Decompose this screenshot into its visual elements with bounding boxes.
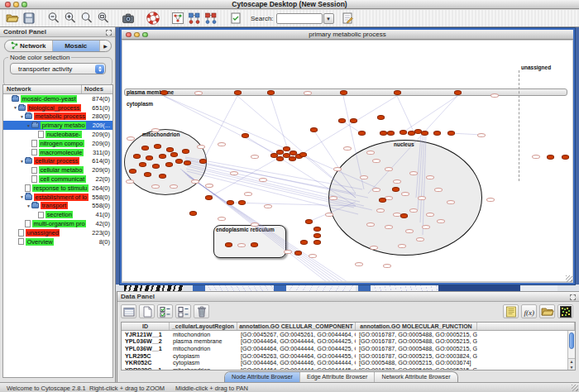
network-node-small[interactable] <box>409 208 418 213</box>
network-overview-icon[interactable] <box>170 11 185 26</box>
network-node-small[interactable] <box>244 192 252 196</box>
network-node-selected[interactable] <box>454 90 462 95</box>
zoom-selected-icon[interactable] <box>79 11 94 26</box>
network-node-selected[interactable] <box>152 164 160 169</box>
float-panel-icon[interactable] <box>570 294 576 300</box>
tree-row[interactable]: ▼biological_process651(0) <box>3 103 112 112</box>
network-node-small[interactable] <box>309 254 317 258</box>
network-node-small[interactable] <box>416 237 424 241</box>
network-node-selected[interactable] <box>340 90 347 95</box>
network-node-small[interactable] <box>205 184 213 188</box>
tree-row[interactable]: ▼metabolic process280(0) <box>3 112 112 122</box>
network-node-selected[interactable] <box>133 154 141 159</box>
network-node-selected[interactable] <box>313 227 321 232</box>
tree-row[interactable]: ▼transport558(0) <box>3 202 112 211</box>
network-node-small[interactable] <box>284 250 292 254</box>
vizmapper-icon-2[interactable] <box>203 11 218 26</box>
tree-row[interactable]: secretion41(0) <box>3 210 112 219</box>
network-node-small[interactable] <box>329 196 337 200</box>
network-node-selected[interactable] <box>421 131 428 136</box>
annotation-icon[interactable] <box>340 11 355 26</box>
network-window-titlebar[interactable]: primary metabolic process <box>122 30 573 40</box>
app-titlebar[interactable]: Cytoscape Desktop (New Session) <box>0 0 579 9</box>
network-node-selected[interactable] <box>313 233 321 238</box>
network-node-small[interactable] <box>376 208 385 213</box>
network-node-selected[interactable] <box>165 162 173 167</box>
tab-node-attribute-browser[interactable]: Node Attribute Browser <box>225 372 300 382</box>
network-node-selected[interactable] <box>141 146 149 151</box>
tree-row[interactable]: ▼establishment of lo558(0) <box>3 193 112 202</box>
network-node-selected[interactable] <box>154 144 161 149</box>
network-canvas[interactable]: plasma membrane cytoplasm mitochondrion … <box>122 41 572 281</box>
network-node-small[interactable] <box>372 188 380 192</box>
network-node-small[interactable] <box>426 175 434 179</box>
zoom-fit-icon[interactable] <box>96 11 111 26</box>
network-node-small[interactable] <box>490 93 499 98</box>
table-column-header[interactable]: ID <box>122 323 170 330</box>
table-row[interactable]: YJR121W__1mitochondrion[GO:0045267, GO:0… <box>122 331 575 338</box>
network-node-small[interactable] <box>264 204 272 208</box>
network-node-small[interactable] <box>151 128 160 132</box>
table-scrollbar[interactable]: ▲▼ <box>567 331 575 370</box>
network-node-small[interactable] <box>343 146 352 151</box>
network-node-selected[interactable] <box>160 90 168 95</box>
table-row[interactable]: YPL036W__1mitochondrion[GO:0044464, GO:0… <box>122 345 575 352</box>
network-node-small[interactable] <box>259 178 267 182</box>
network-node-selected[interactable] <box>300 240 308 245</box>
network-node-selected[interactable] <box>182 149 189 154</box>
network-node-small[interactable] <box>385 167 393 171</box>
expander-icon[interactable]: ▼ <box>12 105 18 110</box>
tab-network-attribute-browser[interactable]: Network Attribute Browser <box>375 372 457 382</box>
snapshot-icon[interactable] <box>121 11 136 26</box>
network-node-selected[interactable] <box>144 172 151 177</box>
network-node-selected[interactable] <box>379 198 386 203</box>
network-node-small[interactable] <box>437 219 445 223</box>
network-node-selected[interactable] <box>199 159 207 164</box>
network-node-small[interactable] <box>385 196 393 200</box>
network-node-small[interactable] <box>237 243 246 247</box>
window-resize-grip[interactable] <box>572 385 578 391</box>
network-node-small[interactable] <box>434 188 443 192</box>
network-node-selected[interactable] <box>225 242 232 247</box>
attribute-table-icon[interactable] <box>121 304 136 318</box>
vizmapper-icon-1[interactable] <box>187 11 202 26</box>
open-icon[interactable] <box>5 11 20 26</box>
close-button[interactable] <box>5 2 11 7</box>
tree-row[interactable]: ▼cellular process614(0) <box>3 157 112 166</box>
network-node-small[interactable] <box>194 91 203 95</box>
network-node-selected[interactable] <box>170 152 178 157</box>
network-node-small[interactable] <box>366 151 375 155</box>
table-column-header[interactable]: annotation.GO CELLULAR_COMPONENT <box>237 323 356 330</box>
network-node-small[interactable] <box>360 175 368 179</box>
float-panel-icon[interactable] <box>106 30 112 36</box>
network-node-small[interactable] <box>304 91 312 95</box>
network-node-selected[interactable] <box>159 174 166 179</box>
tree-row[interactable]: cell communicat22(0) <box>3 174 112 184</box>
network-node-selected[interactable] <box>433 131 441 136</box>
network-node-small[interactable] <box>532 155 540 159</box>
tree-row[interactable]: nucleobase-209(0) <box>3 130 112 139</box>
table-column-header[interactable]: annotation.GO MOLECULAR_FUNCTION <box>356 323 477 330</box>
table-row[interactable]: YLR295Ccytoplasm[GO:0045263, GO:0044464,… <box>122 352 575 360</box>
node-color-dropdown[interactable]: transporter activity <box>10 63 106 74</box>
network-node-selected[interactable] <box>283 146 290 151</box>
tree-row[interactable]: Overview8(0) <box>3 237 112 246</box>
scrollbar-thumb[interactable] <box>569 332 574 349</box>
network-node-selected[interactable] <box>387 131 395 136</box>
tree-row[interactable]: mosaic-demo-yeast874(0) <box>3 94 112 103</box>
tree-row[interactable]: unassigned223(0) <box>3 228 112 237</box>
network-node-selected[interactable] <box>242 133 249 138</box>
close-icon[interactable] <box>126 32 132 38</box>
network-node-small[interactable] <box>325 213 333 217</box>
network-node-selected[interactable] <box>305 219 313 224</box>
network-node-small[interactable] <box>170 184 178 189</box>
import-attributes-icon[interactable] <box>539 304 555 318</box>
tab-edge-attribute-browser[interactable]: Edge Attribute Browser <box>300 372 376 382</box>
zoom-in-icon[interactable] <box>63 11 78 26</box>
search-input[interactable] <box>276 13 323 24</box>
network-node-selected[interactable] <box>380 131 387 136</box>
network-node-small[interactable] <box>409 171 418 175</box>
unselect-attributes-icon[interactable] <box>175 304 191 318</box>
scrollbar-arrows[interactable]: ▲▼ <box>568 358 575 370</box>
network-node-selected[interactable] <box>377 115 385 120</box>
